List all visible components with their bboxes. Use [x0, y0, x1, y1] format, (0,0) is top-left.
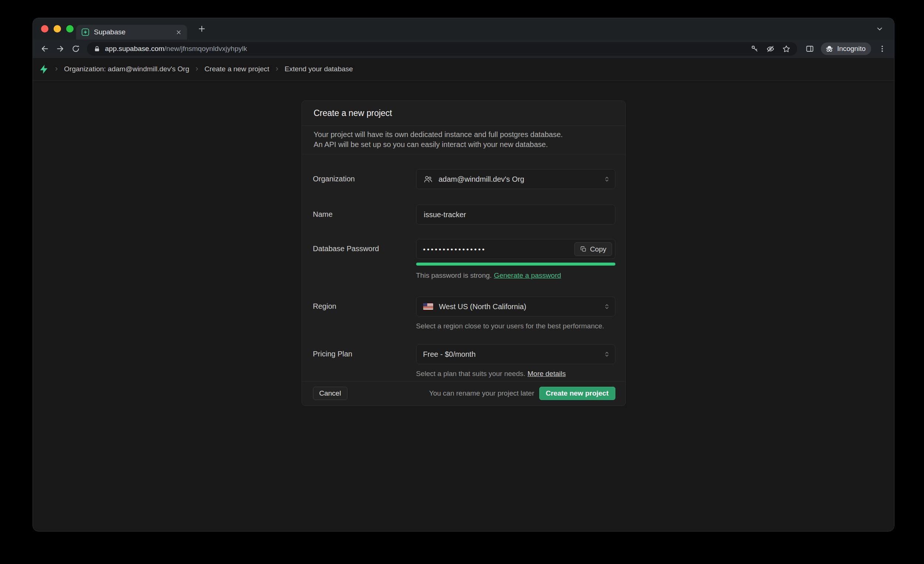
browser-toolbar: app.supabase.com/new/jfnsmqoynldvxjyhpyl…	[33, 39, 894, 58]
create-project-card: Create a new project Your project will h…	[302, 100, 626, 406]
window-minimize-button[interactable]	[54, 25, 61, 33]
pricing-plan-label: Pricing Plan	[313, 344, 416, 378]
password-masked-value: ••••••••••••••••	[423, 244, 486, 254]
organization-row: Organization	[302, 169, 626, 189]
cancel-button[interactable]: Cancel	[313, 387, 347, 400]
password-key-icon[interactable]	[751, 45, 759, 53]
bookmark-star-icon[interactable]	[782, 45, 790, 53]
url-text: app.supabase.com/new/jfnsmqoynldvxjyhpyl…	[105, 45, 247, 53]
supabase-favicon-icon	[81, 28, 90, 36]
browser-tab-supabase[interactable]: Supabase	[76, 25, 187, 39]
supabase-page: › Organization: adam@windmill.dev's Org …	[33, 58, 894, 531]
create-project-form: Organization	[302, 154, 626, 378]
new-tab-button[interactable]	[195, 22, 208, 35]
address-bar[interactable]: app.supabase.com/new/jfnsmqoynldvxjyhpyl…	[87, 42, 797, 56]
incognito-badge: Incognito	[821, 42, 871, 55]
window-controls	[41, 25, 74, 33]
lock-icon[interactable]	[93, 45, 100, 52]
window-zoom-button[interactable]	[66, 25, 74, 33]
reload-button[interactable]	[69, 42, 82, 55]
desktop-background: Supabase	[0, 0, 924, 564]
tab-search-chevron-icon[interactable]	[873, 22, 886, 35]
select-updown-icon	[603, 175, 610, 183]
description-line-1: Your project will have its own dedicated…	[314, 130, 614, 140]
select-updown-icon	[603, 303, 610, 310]
url-path: /new/jfnsmqoynldvxjyhpylk	[165, 45, 247, 52]
description-line-2: An API will be set up so you can easily …	[314, 140, 614, 150]
rename-note: You can rename your project later	[429, 389, 534, 397]
pricing-plan-help-text: Select a plan that suits your needs.More…	[416, 370, 615, 378]
password-label: Database Password	[313, 239, 416, 280]
incognito-label: Incognito	[837, 45, 866, 53]
back-button[interactable]	[38, 42, 51, 55]
plan-help-text: Select a plan that suits your needs.	[416, 370, 526, 377]
card-footer: Cancel You can rename your project later…	[302, 381, 626, 405]
select-updown-icon	[603, 350, 610, 358]
tab-strip: Supabase	[33, 18, 894, 39]
page-content: Create a new project Your project will h…	[33, 81, 894, 531]
url-domain: app.supabase.com	[105, 45, 165, 52]
eye-off-icon[interactable]	[766, 45, 775, 53]
side-panel-icon[interactable]	[803, 42, 816, 55]
breadcrumb: › Organization: adam@windmill.dev's Org …	[33, 58, 894, 81]
breadcrumb-item-create-project[interactable]: Create a new project	[204, 65, 269, 73]
region-row: Region West US (North California) Selec	[302, 296, 626, 330]
copy-password-button[interactable]: Copy	[574, 242, 612, 256]
pricing-plan-value: Free - $0/month	[423, 350, 476, 359]
incognito-icon	[825, 44, 834, 53]
card-header: Create a new project	[302, 101, 626, 126]
password-row: Database Password ••••••••••••••••	[302, 239, 626, 280]
name-row: Name	[302, 205, 626, 224]
omnibox-actions	[751, 45, 790, 53]
copy-label: Copy	[590, 245, 606, 253]
copy-icon	[580, 245, 587, 253]
region-value: West US (North California)	[439, 302, 526, 311]
tab-title: Supabase	[94, 28, 171, 36]
region-help-text: Select a region close to your users for …	[416, 322, 615, 330]
browser-window: Supabase	[33, 18, 894, 531]
forward-button[interactable]	[54, 42, 67, 55]
browser-menu-icon[interactable]	[876, 42, 889, 55]
name-label: Name	[313, 205, 416, 224]
card-description: Your project will have its own dedicated…	[302, 126, 626, 154]
organization-select[interactable]: adam@windmill.dev's Org	[416, 169, 615, 189]
generate-password-link[interactable]: Generate a password	[494, 271, 561, 279]
password-strength-bar	[416, 263, 615, 266]
breadcrumb-chevron-icon: ›	[195, 64, 198, 74]
window-close-button[interactable]	[41, 25, 48, 33]
users-icon	[423, 174, 433, 184]
project-name-input[interactable]	[416, 205, 615, 224]
create-new-project-button[interactable]: Create new project	[539, 387, 615, 400]
pricing-plan-select[interactable]: Free - $0/month	[416, 344, 615, 364]
us-flag-icon	[423, 303, 433, 310]
password-strength-note: This password is strong.Generate a passw…	[416, 271, 615, 280]
breadcrumb-chevron-icon: ›	[55, 64, 58, 74]
region-select[interactable]: West US (North California)	[416, 296, 615, 317]
region-label: Region	[313, 296, 416, 330]
breadcrumb-item-organization[interactable]: Organization: adam@windmill.dev's Org	[64, 65, 189, 73]
page-title: Create a new project	[314, 108, 614, 118]
strength-text: This password is strong.	[416, 271, 492, 279]
supabase-logo-icon[interactable]	[39, 64, 49, 74]
tab-close-icon[interactable]	[176, 29, 182, 36]
organization-label: Organization	[313, 169, 416, 189]
more-details-link[interactable]: More details	[527, 370, 566, 377]
organization-value: adam@windmill.dev's Org	[439, 175, 525, 184]
pricing-plan-row: Pricing Plan Free - $0/month Select a p	[302, 344, 626, 378]
breadcrumb-item-extend-database[interactable]: Extend your database	[285, 65, 353, 73]
breadcrumb-chevron-icon: ›	[276, 64, 278, 74]
